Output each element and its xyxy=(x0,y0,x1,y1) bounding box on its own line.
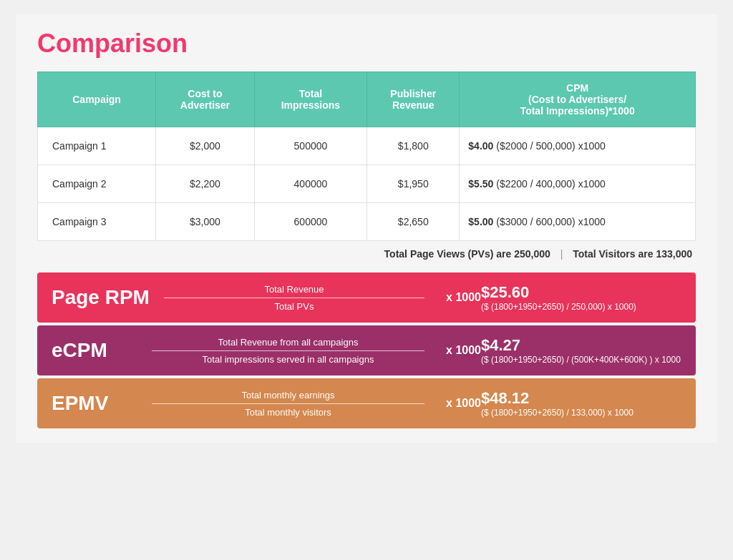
totals-row: Total Page Views (PVs) are 250,000 | Tot… xyxy=(37,248,696,260)
cell-impressions-2: 600000 xyxy=(254,203,367,241)
formula-multiplier-ecpm: x 1000 xyxy=(439,344,481,357)
formula-den-ecpm: Total impressions served in all campaign… xyxy=(203,351,374,365)
col-header-cpm: CPM(Cost to Advertisers/Total Impression… xyxy=(460,72,696,127)
metric-result-value-epmv: $48.12 xyxy=(481,389,681,408)
metrics-section: Page RPM Total Revenue Total PVs x 1000 … xyxy=(37,272,696,428)
table-row: Campaign 2 $2,200 400000 $1,950 $5.50 ($… xyxy=(38,165,696,203)
formula-multiplier-epmv: x 1000 xyxy=(439,397,481,410)
metric-formula-row-ecpm: Total Revenue from all campaigns Total i… xyxy=(137,337,481,365)
totals-value1-bold: 250,000 xyxy=(514,248,550,260)
cell-cost-2: $3,000 xyxy=(156,203,254,241)
metric-name-epmv: EPMV xyxy=(52,392,137,415)
cell-cpm-0: $4.00 ($2000 / 500,000) x1000 xyxy=(460,127,696,165)
metric-name-page-rpm: Page RPM xyxy=(52,286,150,309)
metric-result-calc-page-rpm: ($ (1800+1950+2650) / 250,000) x 1000) xyxy=(481,302,681,312)
metric-result-calc-epmv: ($ (1800+1950+2650) / 133,000) x 1000 xyxy=(481,408,681,418)
metric-card-page-rpm: Page RPM Total Revenue Total PVs x 1000 … xyxy=(37,272,696,323)
metric-result-page-rpm: $25.60 ($ (1800+1950+2650) / 250,000) x … xyxy=(481,283,681,312)
page-wrapper: Comparison Campaign Cost toAdvertiser To… xyxy=(16,14,717,443)
metric-formula-row-page-rpm: Total Revenue Total PVs x 1000 xyxy=(150,284,481,312)
metric-result-calc-ecpm: ($ (1800+1950+2650) / (500K+400K+600K) )… xyxy=(481,355,681,365)
cell-cost-1: $2,200 xyxy=(156,165,254,203)
metric-result-ecpm: $4.27 ($ (1800+1950+2650) / (500K+400K+6… xyxy=(481,336,681,365)
cell-revenue-0: $1,800 xyxy=(367,127,460,165)
metric-formula-row-epmv: Total monthly earnings Total monthly vis… xyxy=(137,390,481,418)
totals-divider: | xyxy=(560,248,566,260)
cell-revenue-1: $1,950 xyxy=(367,165,460,203)
cell-revenue-2: $2,650 xyxy=(367,203,460,241)
formula-multiplier-page-rpm: x 1000 xyxy=(439,291,481,304)
cell-cpm-2: $5.00 ($3000 / 600,000) x1000 xyxy=(460,203,696,241)
formula-den-epmv: Total monthly visitors xyxy=(245,404,331,418)
formula-num-ecpm: Total Revenue from all campaigns xyxy=(152,337,424,351)
cell-impressions-0: 500000 xyxy=(254,127,367,165)
metric-result-value-ecpm: $4.27 xyxy=(481,336,681,355)
col-header-impressions: TotalImpressions xyxy=(254,72,367,127)
cell-cost-0: $2,000 xyxy=(156,127,254,165)
comparison-table: Campaign Cost toAdvertiser TotalImpressi… xyxy=(37,72,696,241)
page-title: Comparison xyxy=(37,29,696,59)
table-row: Campaign 1 $2,000 500000 $1,800 $4.00 ($… xyxy=(38,127,696,165)
col-header-revenue: PublisherRevenue xyxy=(367,72,460,127)
metric-card-epmv: EPMV Total monthly earnings Total monthl… xyxy=(37,378,696,428)
cell-campaign-2: Campaign 3 xyxy=(38,203,156,241)
cell-campaign-1: Campaign 2 xyxy=(38,165,156,203)
cell-campaign-0: Campaign 1 xyxy=(38,127,156,165)
metric-result-epmv: $48.12 ($ (1800+1950+2650) / 133,000) x … xyxy=(481,389,681,418)
metric-formula-ecpm: Total Revenue from all campaigns Total i… xyxy=(137,337,439,365)
formula-num-epmv: Total monthly earnings xyxy=(152,390,424,404)
metric-formula-epmv: Total monthly earnings Total monthly vis… xyxy=(137,390,439,418)
cell-impressions-1: 400000 xyxy=(254,165,367,203)
col-header-campaign: Campaign xyxy=(38,72,156,127)
totals-value2: 133,000 xyxy=(656,248,692,260)
totals-label2: Total Visitors are xyxy=(573,248,653,260)
metric-formula-page-rpm: Total Revenue Total PVs xyxy=(150,284,439,312)
formula-den-page-rpm: Total PVs xyxy=(275,298,314,312)
cell-cpm-1: $5.50 ($2200 / 400,000) x1000 xyxy=(460,165,696,203)
formula-num-page-rpm: Total Revenue xyxy=(164,284,424,298)
totals-label1: Total Page Views (PVs) are xyxy=(384,248,512,260)
metric-result-value-page-rpm: $25.60 xyxy=(481,283,681,302)
metric-name-ecpm: eCPM xyxy=(52,339,137,362)
col-header-cost: Cost toAdvertiser xyxy=(156,72,254,127)
table-row: Campaign 3 $3,000 600000 $2,650 $5.00 ($… xyxy=(38,203,696,241)
metric-card-ecpm: eCPM Total Revenue from all campaigns To… xyxy=(37,325,696,375)
